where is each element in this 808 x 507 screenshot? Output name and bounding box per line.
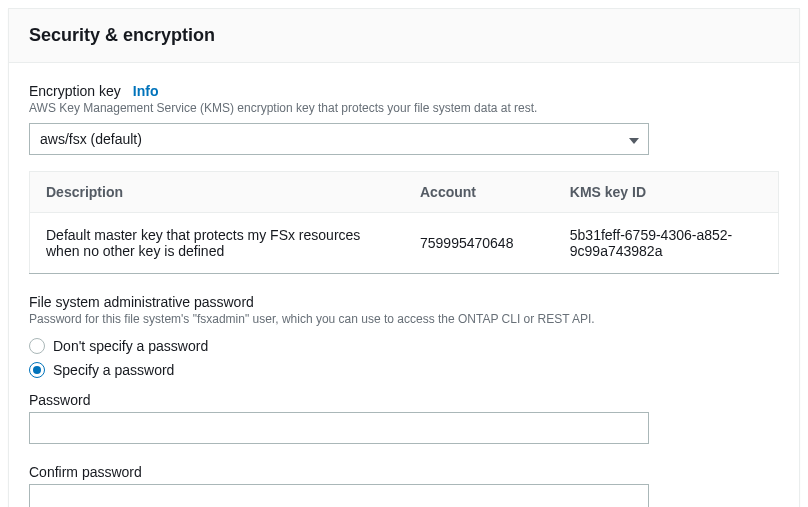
col-header-key-id: KMS key ID	[554, 172, 779, 213]
radio-dont-specify-label: Don't specify a password	[53, 338, 208, 354]
table-header-row: Description Account KMS key ID	[30, 172, 779, 213]
password-label: Password	[29, 392, 779, 408]
panel-body: Encryption key Info AWS Key Management S…	[9, 63, 799, 507]
col-header-description: Description	[30, 172, 405, 213]
cell-key-id: 5b31feff-6759-4306-a852-9c99a743982a	[554, 213, 779, 274]
confirm-password-label: Confirm password	[29, 464, 779, 480]
encryption-key-label: Encryption key	[29, 83, 121, 99]
kms-key-table: Description Account KMS key ID Default m…	[29, 171, 779, 274]
col-header-account: Account	[404, 172, 554, 213]
admin-password-label: File system administrative password	[29, 294, 779, 310]
radio-specify-label: Specify a password	[53, 362, 174, 378]
encryption-key-description: AWS Key Management Service (KMS) encrypt…	[29, 101, 779, 115]
password-input[interactable]	[29, 412, 649, 444]
security-encryption-panel: Security & encryption Encryption key Inf…	[8, 8, 800, 507]
admin-password-radio-group: Don't specify a password Specify a passw…	[29, 334, 779, 382]
radio-icon	[29, 338, 45, 354]
radio-dont-specify[interactable]: Don't specify a password	[29, 334, 779, 358]
admin-password-section: File system administrative password Pass…	[29, 294, 779, 507]
radio-icon	[29, 362, 45, 378]
confirm-password-input[interactable]	[29, 484, 649, 507]
cell-account: 759995470648	[404, 213, 554, 274]
encryption-key-select[interactable]: aws/fsx (default)	[29, 123, 649, 155]
field-label-row: Encryption key Info	[29, 83, 779, 99]
panel-header: Security & encryption	[9, 9, 799, 63]
panel-title: Security & encryption	[29, 25, 779, 46]
encryption-key-select-value: aws/fsx (default)	[29, 123, 649, 155]
radio-specify[interactable]: Specify a password	[29, 358, 779, 382]
admin-password-description: Password for this file system's "fsxadmi…	[29, 312, 779, 326]
cell-description: Default master key that protects my FSx …	[30, 213, 405, 274]
info-link[interactable]: Info	[133, 83, 159, 99]
table-row: Default master key that protects my FSx …	[30, 213, 779, 274]
encryption-key-field: Encryption key Info AWS Key Management S…	[29, 83, 779, 274]
